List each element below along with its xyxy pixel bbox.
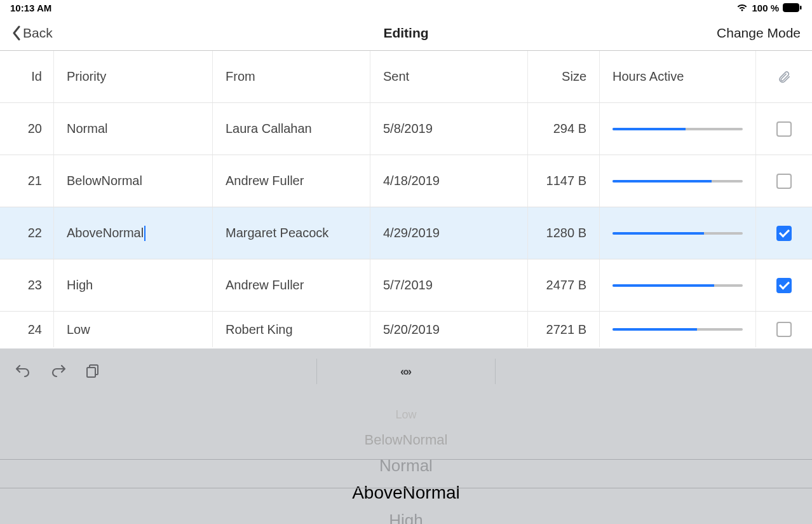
cell-from[interactable]: Margaret Peacock bbox=[213, 207, 370, 259]
cell-sent[interactable]: 4/29/2019 bbox=[370, 207, 528, 259]
cell-from[interactable]: Robert King bbox=[213, 312, 370, 347]
progress-bar bbox=[612, 180, 743, 183]
cell-priority[interactable]: High bbox=[54, 259, 213, 311]
checkbox[interactable] bbox=[776, 121, 792, 137]
table-row[interactable]: 20 Normal Laura Callahan 5/8/2019 294 B bbox=[0, 103, 812, 155]
svg-rect-1 bbox=[800, 6, 802, 10]
table-row[interactable]: 21 BelowNormal Andrew Fuller 4/18/2019 1… bbox=[0, 155, 812, 207]
cell-priority[interactable]: Low bbox=[54, 312, 213, 347]
picker-option[interactable]: High bbox=[0, 507, 812, 524]
back-button[interactable]: Back bbox=[11, 25, 53, 41]
cell-size[interactable]: 1280 B bbox=[528, 207, 600, 259]
progress-bar bbox=[612, 328, 743, 331]
status-battery-text: 100 % bbox=[752, 3, 779, 13]
wifi-icon bbox=[736, 3, 748, 12]
separator bbox=[495, 359, 496, 384]
picker-option-selected[interactable]: AboveNormal bbox=[0, 478, 812, 507]
keyboard-accessory: « » bbox=[0, 348, 812, 394]
redo-icon[interactable] bbox=[50, 362, 67, 380]
progress-bar bbox=[612, 232, 743, 235]
editing-value: AboveNormal bbox=[67, 226, 144, 240]
cell-size[interactable]: 2477 B bbox=[528, 259, 600, 311]
cell-attach[interactable] bbox=[756, 207, 812, 259]
cell-attach[interactable] bbox=[756, 103, 812, 155]
picker-option[interactable]: Low bbox=[0, 402, 812, 427]
col-sent[interactable]: Sent bbox=[370, 51, 528, 102]
checkbox[interactable] bbox=[776, 278, 792, 293]
picker-option[interactable]: Normal bbox=[0, 453, 812, 478]
cell-sent[interactable]: 5/7/2019 bbox=[370, 259, 528, 311]
status-time: 10:13 AM bbox=[10, 3, 51, 13]
col-attach[interactable] bbox=[756, 51, 812, 102]
progress-bar bbox=[612, 128, 743, 130]
battery-icon bbox=[783, 3, 802, 12]
cell-id[interactable]: 20 bbox=[0, 103, 54, 155]
priority-picker[interactable]: Low BelowNormal Normal AboveNormal High bbox=[0, 394, 812, 524]
cell-id[interactable]: 21 bbox=[0, 155, 54, 207]
nav-bar: Back Editing Change Mode bbox=[0, 15, 812, 51]
cell-attach[interactable] bbox=[756, 259, 812, 311]
cell-priority-editing[interactable]: AboveNormal bbox=[54, 207, 213, 259]
progress-bar bbox=[612, 284, 743, 287]
cell-hours[interactable] bbox=[600, 207, 756, 259]
clipboard-icon[interactable] bbox=[85, 362, 100, 380]
cell-id[interactable]: 23 bbox=[0, 259, 54, 311]
cell-id[interactable]: 22 bbox=[0, 207, 54, 259]
cell-id[interactable]: 24 bbox=[0, 312, 54, 347]
picker-option[interactable]: BelowNormal bbox=[0, 427, 812, 453]
checkbox[interactable] bbox=[776, 322, 792, 337]
col-size[interactable]: Size bbox=[528, 51, 600, 102]
cell-hours[interactable] bbox=[600, 312, 756, 347]
text-caret bbox=[144, 226, 145, 241]
cell-sent[interactable]: 4/18/2019 bbox=[370, 155, 528, 207]
col-from[interactable]: From bbox=[213, 51, 370, 102]
grid-header: Id Priority From Sent Size Hours Active bbox=[0, 51, 812, 103]
cell-hours[interactable] bbox=[600, 103, 756, 155]
cell-size[interactable]: 2721 B bbox=[528, 312, 600, 347]
col-hours[interactable]: Hours Active bbox=[600, 51, 756, 102]
status-bar: 10:13 AM 100 % bbox=[0, 0, 812, 15]
cell-size[interactable]: 294 B bbox=[528, 103, 600, 155]
chevron-left-icon bbox=[11, 25, 22, 41]
col-priority[interactable]: Priority bbox=[54, 51, 213, 102]
change-mode-button[interactable]: Change Mode bbox=[717, 25, 801, 41]
cell-attach[interactable] bbox=[756, 155, 812, 207]
separator bbox=[316, 359, 317, 384]
checkbox[interactable] bbox=[776, 226, 792, 241]
attachment-icon bbox=[777, 70, 791, 84]
svg-rect-3 bbox=[87, 368, 95, 377]
table-row[interactable]: 22 AboveNormal Margaret Peacock 4/29/201… bbox=[0, 207, 812, 259]
cell-attach[interactable] bbox=[756, 312, 812, 347]
next-field-icon[interactable]: » bbox=[405, 365, 412, 378]
data-grid: Id Priority From Sent Size Hours Active … bbox=[0, 51, 812, 347]
cell-from[interactable]: Andrew Fuller bbox=[213, 155, 370, 207]
cell-hours[interactable] bbox=[600, 259, 756, 311]
cell-from[interactable]: Andrew Fuller bbox=[213, 259, 370, 311]
cell-hours[interactable] bbox=[600, 155, 756, 207]
col-id[interactable]: Id bbox=[0, 51, 54, 102]
status-right: 100 % bbox=[736, 3, 802, 13]
cell-size[interactable]: 1147 B bbox=[528, 155, 600, 207]
svg-rect-0 bbox=[783, 4, 799, 12]
cell-sent[interactable]: 5/20/2019 bbox=[370, 312, 528, 347]
undo-icon[interactable] bbox=[14, 362, 32, 380]
cell-priority[interactable]: BelowNormal bbox=[54, 155, 213, 207]
cell-sent[interactable]: 5/8/2019 bbox=[370, 103, 528, 155]
back-label: Back bbox=[23, 25, 53, 41]
checkbox[interactable] bbox=[776, 174, 792, 189]
table-row[interactable]: 24 Low Robert King 5/20/2019 2721 B bbox=[0, 312, 812, 347]
table-row[interactable]: 23 High Andrew Fuller 5/7/2019 2477 B bbox=[0, 259, 812, 312]
cell-from[interactable]: Laura Callahan bbox=[213, 103, 370, 155]
cell-priority[interactable]: Normal bbox=[54, 103, 213, 155]
page-title: Editing bbox=[0, 25, 812, 41]
